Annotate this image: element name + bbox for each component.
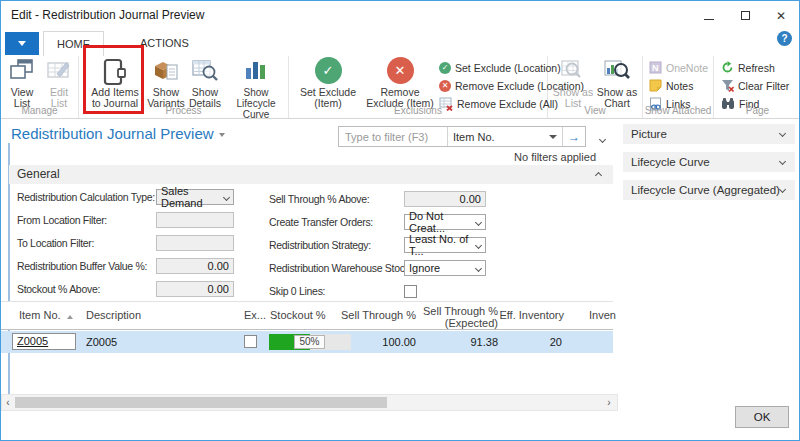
ribbon-group-page: Refresh Clear Filter Find Page — [714, 56, 800, 118]
remove-exclude-item-icon: ✕ — [363, 57, 437, 87]
tab-home[interactable]: HOME — [43, 31, 104, 56]
fasttab-general[interactable]: General — [9, 165, 613, 184]
tab-actions[interactable]: ACTIONS — [127, 31, 202, 56]
ribbon-group-show-attached: N OneNote Notes Links Show Attached — [643, 56, 714, 118]
onenote-button[interactable]: N OneNote — [649, 60, 708, 75]
column-header-eff-inventory[interactable]: Eff. Inventory — [494, 309, 564, 321]
column-header-item-no[interactable]: Item No. — [19, 309, 73, 321]
column-header-stockout[interactable]: Stockout % — [270, 309, 326, 321]
app-menu-dropdown-icon — [18, 41, 26, 46]
item-no-cell[interactable]: Z0005 — [12, 333, 76, 350]
excluded-checkbox[interactable] — [244, 335, 257, 348]
redistribution-strategy-select[interactable]: Least No. of T... — [404, 237, 486, 253]
set-exclude-item-button[interactable]: ✓ Set Exclude (Item) — [297, 57, 359, 109]
filter-box: Item No. → — [338, 126, 586, 147]
app-window: Edit - Redistribution Journal Preview ✕ … — [0, 0, 800, 441]
add-items-to-journal-button[interactable]: Add Items to Journal — [86, 57, 144, 109]
scroll-left-arrow[interactable]: ‹ — [2, 395, 14, 410]
set-exclude-location-button[interactable]: ✓ Set Exclude (Location) — [439, 60, 561, 75]
collapse-general-icon — [595, 172, 602, 179]
show-as-chart-button[interactable]: Show as Chart — [595, 57, 639, 109]
sell-through-pct-above-input[interactable]: 0.00 — [404, 191, 486, 207]
field-label-buffer-value: Redistribution Buffer Value %: — [17, 258, 147, 274]
column-header-inventory[interactable]: Inven — [589, 309, 616, 321]
filter-pane-chevron-icon[interactable] — [600, 132, 605, 144]
close-button[interactable]: ✕ — [763, 1, 799, 30]
maximize-button[interactable] — [727, 1, 763, 30]
redistribution-calculation-type-select[interactable]: Sales Demand — [156, 189, 234, 205]
minimize-icon — [704, 19, 714, 20]
group-label-view: View — [548, 105, 642, 116]
description-cell[interactable]: Z0005 — [86, 331, 117, 353]
window-controls: ✕ — [691, 1, 799, 30]
maximize-icon — [741, 11, 750, 20]
remove-exclude-item-button[interactable]: ✕ Remove Exclude (Item) — [363, 57, 437, 109]
horizontal-scrollbar[interactable]: ‹ › — [1, 394, 618, 411]
group-label-show-attached: Show Attached — [643, 105, 713, 116]
skip-0-lines-checkbox[interactable] — [404, 285, 417, 298]
sort-ascending-icon — [67, 315, 73, 319]
set-exclude-location-icon: ✓ — [439, 62, 451, 74]
select-chevron-icon — [475, 219, 482, 226]
redistribution-warehouse-stock-select[interactable]: Ignore — [404, 260, 486, 276]
clear-filter-icon — [721, 79, 734, 92]
group-label-manage: Manage — [1, 105, 78, 116]
scrollbar-thumb[interactable] — [15, 397, 387, 408]
factbox-picture[interactable]: Picture — [623, 124, 795, 144]
item-no-link[interactable]: Z0005 — [17, 335, 48, 347]
column-header-sell-through-expected[interactable]: Sell Through % (Expected) — [421, 305, 498, 329]
refresh-icon — [721, 61, 734, 74]
field-label-create-transfer-orders: Create Transfer Orders: — [269, 214, 373, 230]
scroll-right-arrow[interactable]: › — [603, 395, 615, 410]
show-details-button[interactable]: Show Details — [185, 57, 225, 109]
filter-field-dropdown-icon[interactable] — [544, 135, 562, 139]
from-location-filter-input[interactable] — [156, 212, 234, 228]
column-header-excluded[interactable]: Ex... — [244, 309, 266, 321]
clear-filter-button[interactable]: Clear Filter — [721, 78, 789, 93]
show-details-icon — [185, 57, 225, 87]
filter-field-selector[interactable]: Item No. — [448, 131, 544, 143]
window-title: Edit - Redistribution Journal Preview — [11, 8, 204, 22]
to-location-filter-input[interactable] — [156, 235, 234, 251]
notes-button[interactable]: Notes — [649, 78, 693, 93]
view-list-button[interactable]: View List — [3, 57, 41, 109]
sell-through-expected-cell[interactable]: 91.38 — [421, 331, 498, 353]
minimize-button[interactable] — [691, 1, 727, 30]
create-transfer-orders-select[interactable]: Do Not Creat... — [404, 214, 486, 230]
title-bar: Edit - Redistribution Journal Preview ✕ — [1, 1, 799, 30]
eff-inventory-cell[interactable]: 20 — [494, 331, 562, 353]
table-row[interactable]: Z0005 Z0005 50% 100.00 91.38 20 — [1, 331, 613, 353]
app-menu-button[interactable] — [5, 32, 39, 55]
factbox-lifecycle-curve-aggregated[interactable]: Lifecycle Curve (Aggregated) — [623, 180, 795, 200]
field-label-skip-0-lines: Skip 0 Lines: — [269, 283, 325, 299]
show-as-list-button[interactable]: Show as List — [552, 57, 594, 109]
ribbon-tab-row: HOME ACTIONS — [1, 30, 799, 56]
group-label-process: Process — [79, 105, 288, 116]
stockout-pct-above-input[interactable]: 0.00 — [156, 281, 234, 297]
show-variants-button[interactable]: Show Variants — [146, 57, 186, 109]
filter-input[interactable] — [339, 128, 447, 145]
ok-button[interactable]: OK — [735, 406, 789, 428]
page-title-dropdown-icon[interactable] — [219, 133, 225, 137]
ribbon-group-exclusions: ✓ Set Exclude (Item) ✕ Remove Exclude (I… — [289, 56, 548, 118]
apply-filter-arrow-button[interactable]: → — [563, 130, 585, 144]
column-header-description[interactable]: Description — [86, 309, 141, 321]
redistribution-buffer-value-input[interactable]: 0.00 — [156, 258, 234, 274]
table-header: Item No. Description Ex... Stockout % Se… — [1, 301, 613, 330]
close-icon: ✕ — [776, 10, 786, 22]
main-pane: Redistribution Journal Preview Item No. … — [1, 119, 619, 441]
column-header-sell-through[interactable]: Sell Through % — [331, 309, 416, 321]
field-label-warehouse-stock: Redistribution Warehouse Stock: — [269, 260, 412, 276]
stockout-bar-label: 50% — [294, 335, 325, 349]
show-lifecycle-curve-icon — [223, 57, 289, 87]
edit-list-button[interactable]: Edit List — [41, 57, 77, 109]
group-label-exclusions: Exclusions — [289, 105, 547, 116]
svg-text:N: N — [652, 63, 659, 73]
sell-through-cell[interactable]: 100.00 — [331, 331, 416, 353]
help-button[interactable]: ? — [777, 31, 792, 46]
refresh-button[interactable]: Refresh — [721, 60, 775, 75]
expand-picture-icon — [779, 130, 786, 137]
page-title: Redistribution Journal Preview — [11, 125, 214, 142]
factbox-lifecycle-curve[interactable]: Lifecycle Curve — [623, 152, 795, 172]
onenote-icon: N — [649, 61, 662, 74]
